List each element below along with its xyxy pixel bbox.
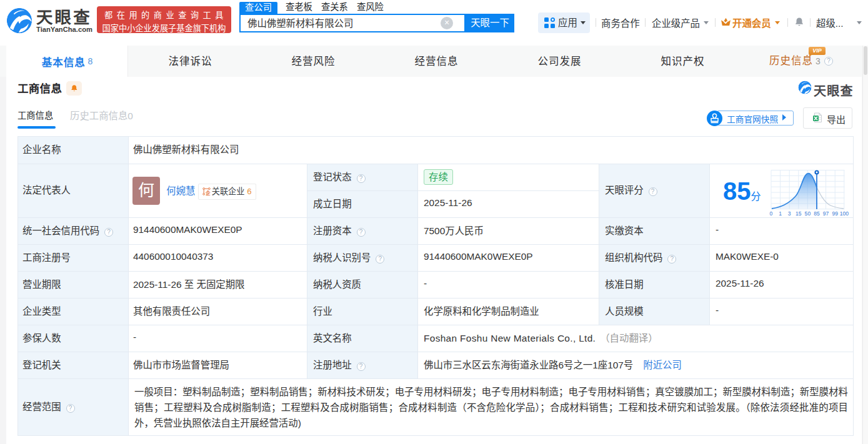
svg-text:97: 97 bbox=[823, 210, 829, 217]
svg-text:3: 3 bbox=[788, 210, 791, 217]
svg-text:50: 50 bbox=[805, 210, 811, 217]
svg-text:1: 1 bbox=[779, 210, 782, 217]
svg-text:99: 99 bbox=[832, 210, 838, 217]
svg-text:0: 0 bbox=[770, 210, 773, 217]
svg-text:企: 企 bbox=[205, 190, 211, 195]
svg-text:15: 15 bbox=[796, 210, 802, 217]
svg-text:85: 85 bbox=[814, 210, 820, 217]
svg-text:100: 100 bbox=[840, 210, 849, 217]
